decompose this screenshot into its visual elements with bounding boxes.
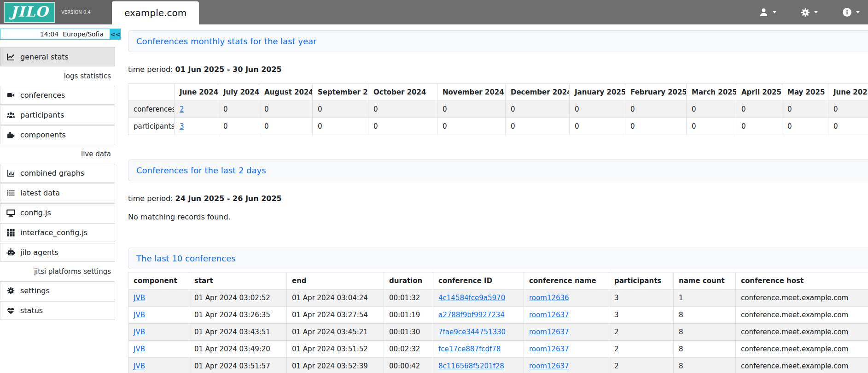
card-title-text: Conferences monthly stats for the last y…: [136, 36, 316, 46]
cell-conference-host: conference.meet.example.com: [736, 290, 868, 307]
cell-component: JVB: [128, 307, 189, 324]
info-icon: [842, 7, 852, 17]
app-logo[interactable]: JILO: [4, 2, 55, 23]
link-4c14584fce9a5970[interactable]: 4c14584fce9a5970: [438, 294, 505, 302]
link-room12636[interactable]: room12636: [529, 294, 569, 302]
card-title-monthly-stats[interactable]: Conferences monthly stats for the last y…: [128, 30, 868, 52]
sidebar-item-jilo-agents[interactable]: jilo agents: [0, 243, 115, 262]
time-period-value: 24 Jun 2025 - 26 Jun 2025: [175, 194, 282, 203]
platform-tab[interactable]: example.com: [112, 1, 199, 24]
table-row: conferences2000000000000: [128, 101, 868, 118]
cell-participants: 2: [609, 341, 674, 358]
cell-conference-id: 8c116568f5201f28: [433, 358, 524, 373]
cell-june-2024: 3: [175, 118, 218, 135]
cell-duration: 00:01:32: [384, 290, 433, 307]
col-january-2025: January 2025: [570, 84, 625, 101]
sidebar-item-general-stats[interactable]: general stats: [0, 47, 115, 66]
sidebar-item-components[interactable]: components: [0, 125, 115, 144]
card-title-last-2-days[interactable]: Conferences for the last 2 days: [128, 160, 868, 181]
table-header-row: June 2024July 2024August 2024September 2…: [128, 84, 868, 101]
cell-component: JVB: [128, 290, 189, 307]
cell-participants: 3: [609, 307, 674, 324]
sidebar: 14:04 Europe/Sofia << general statslogs …: [0, 24, 115, 373]
sidebar-item-combined-graphs[interactable]: combined graphs: [0, 164, 115, 183]
sidebar-item-settings[interactable]: settings: [0, 281, 115, 300]
list-icon: [6, 189, 15, 197]
cell-january-2025: 0: [570, 118, 625, 135]
link-8c116568f5201f28[interactable]: 8c116568f5201f28: [438, 362, 504, 370]
sidebar-item-config-js[interactable]: config.js: [0, 203, 115, 222]
cell-name-count: 8: [674, 324, 736, 341]
cell-november-2024: 0: [437, 101, 506, 118]
cell-may-2025: 0: [782, 118, 828, 135]
link-fce17ce887fcdf78[interactable]: fce17ce887fcdf78: [438, 345, 501, 353]
sidebar-item-latest-data[interactable]: latest data: [0, 184, 115, 202]
cell-september-2024: 0: [313, 101, 368, 118]
settings-menu-button[interactable]: [801, 8, 818, 17]
cell-name-count: 8: [674, 358, 736, 373]
link-jvb[interactable]: JVB: [134, 345, 145, 353]
cell-april-2025: 0: [736, 101, 782, 118]
cell-june-2025: 0: [828, 101, 868, 118]
link-jvb[interactable]: JVB: [134, 294, 145, 302]
video-camera-icon: [6, 91, 15, 99]
col-july-2024: July 2024: [218, 84, 259, 101]
cell-conference-name: room12637: [524, 358, 609, 373]
cell-duration: 00:00:42: [384, 358, 433, 373]
monitor-icon: [6, 208, 15, 217]
link-2[interactable]: 2: [180, 105, 184, 113]
gear-icon: [6, 287, 15, 295]
cell-november-2024: 0: [437, 118, 506, 135]
cell-october-2024: 0: [368, 101, 437, 118]
link-a2788f9bf9927234[interactable]: a2788f9bf9927234: [438, 311, 505, 319]
sidebar-item-participants[interactable]: participants: [0, 106, 115, 124]
link-room12637[interactable]: room12637: [529, 311, 569, 319]
link-3[interactable]: 3: [180, 122, 184, 130]
sidebar-item-conferences[interactable]: conferences: [0, 86, 115, 105]
link-7fae9ce344751330[interactable]: 7fae9ce344751330: [438, 328, 506, 336]
sidebar-item-label: config.js: [20, 208, 51, 217]
col-duration: duration: [384, 272, 433, 290]
sidebar-section-live-data: live data: [0, 145, 115, 163]
cell-august-2024: 0: [259, 118, 313, 135]
chevron-down-icon: [814, 11, 818, 13]
table-row: JVB01 Apr 2024 03:43:5101 Apr 2024 03:45…: [128, 324, 868, 341]
col-start: start: [189, 272, 287, 290]
card-title-last-10-conferences[interactable]: The last 10 conferences: [128, 248, 868, 269]
info-menu-button[interactable]: [842, 7, 860, 17]
cell-march-2025: 0: [687, 118, 736, 135]
clock-bar: 14:04 Europe/Sofia <<: [0, 29, 121, 40]
clock-time: 14:04: [40, 30, 58, 38]
user-icon: [759, 7, 769, 17]
time-period-label: time period:: [128, 194, 173, 203]
cell-component: JVB: [128, 341, 189, 358]
link-jvb[interactable]: JVB: [134, 311, 145, 319]
cell-end: 01 Apr 2024 03:45:21: [287, 324, 384, 341]
col-component: component: [128, 272, 189, 290]
cell-start: 01 Apr 2024 03:02:52: [189, 290, 287, 307]
cell-february-2025: 0: [625, 101, 687, 118]
col-end: end: [287, 272, 384, 290]
link-jvb[interactable]: JVB: [134, 328, 145, 336]
link-jvb[interactable]: JVB: [134, 362, 145, 370]
sidebar-item-status[interactable]: status: [0, 301, 115, 320]
table-row: JVB01 Apr 2024 03:26:3501 Apr 2024 03:27…: [128, 307, 868, 324]
version-label: VERSION 0.4: [61, 10, 91, 15]
cell-august-2024: 0: [259, 101, 313, 118]
link-room12637[interactable]: room12637: [529, 362, 569, 370]
main-content: Conferences monthly stats for the last y…: [115, 24, 868, 373]
table-row: JVB01 Apr 2024 03:49:2001 Apr 2024 03:51…: [128, 341, 868, 358]
user-menu-button[interactable]: [759, 7, 776, 17]
sidebar-item-interface-config-js[interactable]: interface_config.js: [0, 223, 115, 242]
cell-name-count: 1: [674, 290, 736, 307]
link-room12637[interactable]: room12637: [529, 345, 569, 353]
cell-end: 01 Apr 2024 03:51:52: [287, 341, 384, 358]
table-row: participants3000000000000: [128, 118, 868, 135]
link-room12637[interactable]: room12637: [529, 328, 569, 336]
col-may-2025: May 2025: [782, 84, 828, 101]
cell-conference-host: conference.meet.example.com: [736, 324, 868, 341]
grid-icon: [6, 229, 15, 237]
cell-july-2024: 0: [218, 101, 259, 118]
cell-duration: 00:02:32: [384, 341, 433, 358]
cell-conference-name: room12637: [524, 324, 609, 341]
